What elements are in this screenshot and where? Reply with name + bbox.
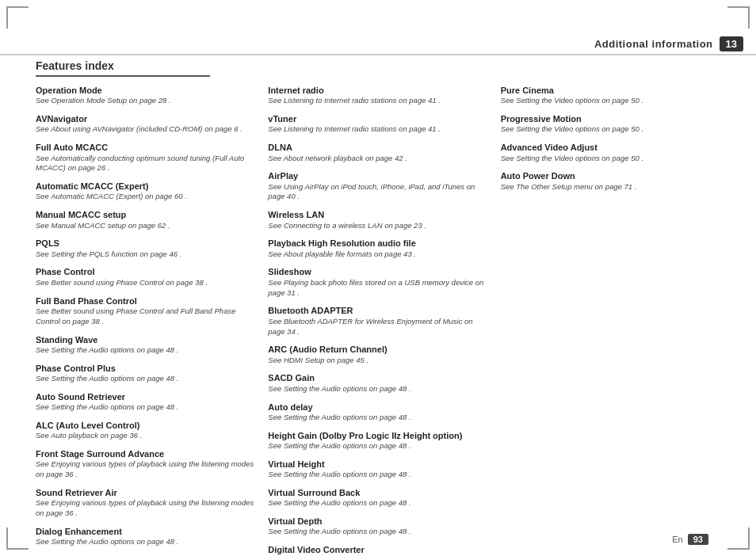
list-item: Full Auto MCACCSee Automatically conduct… <box>36 142 255 173</box>
entry-desc: See Setting the Audio options on page 48… <box>268 413 487 423</box>
entry-title: Auto delay <box>268 402 487 413</box>
entry-title: Wireless LAN <box>268 209 487 220</box>
entry-desc: See Connecting to a wireless LAN on page… <box>268 221 487 231</box>
entry-title: Height Gain (Dolby Pro Logic IIz Height … <box>268 430 487 441</box>
entry-desc: See Setting the Audio options on page 48… <box>36 345 255 356</box>
entry-desc: See Listening to Internet radio stations… <box>268 124 487 135</box>
corner-mark-tl <box>6 6 29 29</box>
list-item: Full Band Phase ControlSee Better sound … <box>36 295 255 327</box>
entry-title: ARC (Audio Return Channel) <box>268 344 487 355</box>
column-1: Operation ModeSee Operation Mode Setup o… <box>36 85 268 556</box>
entry-title: Phase Control Plus <box>36 363 255 374</box>
list-item: Auto Power DownSee The Other Setup menu … <box>501 170 720 192</box>
header-badge: 13 <box>720 36 743 51</box>
entry-title: Phase Control <box>36 266 255 277</box>
list-item: ALC (Auto Level Control)See Auto playbac… <box>36 420 255 441</box>
list-item: Phase ControlSee Better sound using Phas… <box>36 266 255 288</box>
list-item: Advanced Video AdjustSee Setting the Vid… <box>501 142 720 163</box>
features-index-title: Features index <box>36 59 210 77</box>
entry-desc: See Auto playback on page 36 . <box>36 431 255 441</box>
list-item: Virtual Surround BackSee Setting the Aud… <box>268 487 487 508</box>
entry-title: Virtual Surround Back <box>268 487 487 498</box>
list-item: DLNASee About network playback on page 4… <box>268 142 487 163</box>
entry-title: Auto Sound Retriever <box>36 391 255 402</box>
list-item: Virtual HeightSee Setting the Audio opti… <box>268 459 487 480</box>
entry-title: AVNavigator <box>36 113 255 124</box>
entry-title: Progressive Motion <box>501 113 720 124</box>
entry-desc: See Playing back photo files stored on a… <box>268 278 487 299</box>
entry-title: vTuner <box>268 113 487 124</box>
entry-desc: See Enjoying various types of playback u… <box>36 459 255 480</box>
entry-desc: See About using AVNavigator (included CD… <box>36 124 255 135</box>
entry-title: DLNA <box>268 142 487 153</box>
entry-desc: See Enjoying various types of playback u… <box>36 498 255 519</box>
entry-desc: See Setting the PQLS function on page 46… <box>36 249 255 260</box>
list-item: Auto delaySee Setting the Audio options … <box>268 402 487 423</box>
entry-title: Pure Cinema <box>501 85 720 96</box>
entry-desc: See Setting the Audio options on page 48… <box>268 384 487 394</box>
corner-mark-br <box>727 527 750 550</box>
list-item: Dialog EnhancementSee Setting the Audio … <box>36 526 255 547</box>
list-item: Wireless LANSee Connecting to a wireless… <box>268 209 487 230</box>
list-item: Playback High Resolution audio fileSee A… <box>268 238 487 259</box>
header-bar: Additional information 13 <box>0 33 756 55</box>
footer-page: 93 <box>688 534 708 545</box>
entry-desc: See Setting the Video options on page 50… <box>501 96 720 106</box>
entry-title: Front Stage Surround Advance <box>36 448 255 459</box>
entry-desc: See About playable file formats on page … <box>268 249 487 260</box>
entry-title: AirPlay <box>268 170 487 181</box>
list-item: vTunerSee Listening to Internet radio st… <box>268 113 487 135</box>
list-item: AVNavigatorSee About using AVNavigator (… <box>36 113 255 135</box>
footer: En 93 <box>672 534 708 545</box>
list-item: Internet radioSee Listening to Internet … <box>268 85 487 106</box>
entry-title: Auto Power Down <box>501 170 720 181</box>
corner-mark-bl <box>6 527 29 550</box>
entry-desc: See Bluetooth ADAPTER for Wireless Enjoy… <box>268 317 487 337</box>
entry-title: ALC (Auto Level Control) <box>36 420 255 431</box>
entry-title: Advanced Video Adjust <box>501 142 720 153</box>
entry-desc: See Listening to Internet radio stations… <box>268 96 487 106</box>
entry-desc: See The Other Setup menu on page 71 . <box>501 182 720 192</box>
entry-title: Automatic MCACC (Expert) <box>36 181 255 192</box>
entry-desc: See Better sound using Phase Control on … <box>36 278 255 288</box>
list-item: Virtual DepthSee Setting the Audio optio… <box>268 516 487 537</box>
list-item: AirPlaySee Using AirPlay on iPod touch, … <box>268 170 487 202</box>
list-item: Automatic MCACC (Expert)See Automatic MC… <box>36 181 255 202</box>
entry-title: Manual MCACC setup <box>36 209 255 220</box>
entry-desc: See Setting the Video options on page 50… <box>501 124 720 135</box>
entry-title: Standing Wave <box>36 334 255 345</box>
entry-title: Dialog Enhancement <box>36 526 255 537</box>
list-item: Height Gain (Dolby Pro Logic IIz Height … <box>268 430 487 451</box>
list-item: Progressive MotionSee Setting the Video … <box>501 113 720 135</box>
corner-mark-tr <box>727 6 750 29</box>
list-item: Pure CinemaSee Setting the Video options… <box>501 85 720 106</box>
entry-title: SACD Gain <box>268 372 487 383</box>
entry-desc: See Better sound using Phase Control and… <box>36 307 255 327</box>
entry-title: Slideshow <box>268 266 487 277</box>
entry-desc: See Setting the Audio options on page 48… <box>268 498 487 508</box>
entry-title: Bluetooth ADAPTER <box>268 305 487 316</box>
entry-desc: See HDMI Setup on page 45 . <box>268 356 487 366</box>
footer-lang: En <box>672 535 682 544</box>
index-columns: Operation ModeSee Operation Mode Setup o… <box>36 85 720 556</box>
list-item: SACD GainSee Setting the Audio options o… <box>268 372 487 394</box>
entry-desc: See Setting the Audio options on page 48… <box>36 537 255 547</box>
entry-desc: See Operation Mode Setup on page 28 . <box>36 96 255 106</box>
entry-title: Internet radio <box>268 85 487 96</box>
list-item: Bluetooth ADAPTERSee Bluetooth ADAPTER f… <box>268 305 487 337</box>
entry-desc: See Automatically conducting optimum sou… <box>36 154 255 174</box>
entry-desc: See Setting the Audio options on page 48… <box>36 402 255 413</box>
entry-title: Digital Video Converter <box>268 544 487 555</box>
list-item: Front Stage Surround AdvanceSee Enjoying… <box>36 448 255 480</box>
list-item: SlideshowSee Playing back photo files st… <box>268 266 487 298</box>
column-3: Pure CinemaSee Setting the Video options… <box>501 85 720 556</box>
entry-title: Operation Mode <box>36 85 255 96</box>
entry-desc: See Setting the Video options on page 50… <box>501 154 720 164</box>
entry-desc: See About network playback on page 42 . <box>268 154 487 164</box>
list-item: Operation ModeSee Operation Mode Setup o… <box>36 85 255 106</box>
entry-title: PQLS <box>36 238 255 249</box>
entry-desc: See Setting the Audio options on page 48… <box>268 470 487 480</box>
list-item: Phase Control PlusSee Setting the Audio … <box>36 363 255 384</box>
list-item: Auto Sound RetrieverSee Setting the Audi… <box>36 391 255 413</box>
entry-title: Full Auto MCACC <box>36 142 255 153</box>
